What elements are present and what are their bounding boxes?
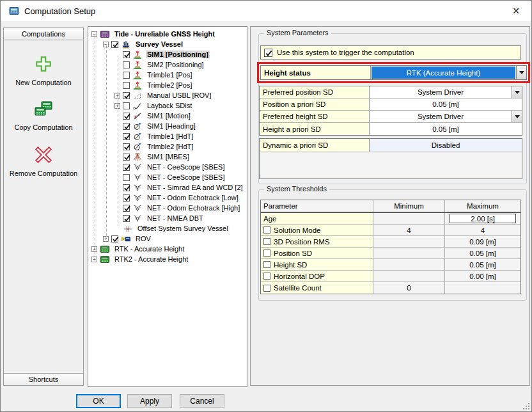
- tree-checkbox[interactable]: [123, 61, 130, 68]
- tree-item-label: Trimble2 [HdT]: [146, 143, 194, 150]
- ok-button[interactable]: OK: [76, 394, 121, 408]
- trigger-label: Use this system to trigger the computati…: [277, 49, 414, 56]
- threshold-max-cell[interactable]: [445, 282, 520, 294]
- threshold-min-cell[interactable]: [373, 259, 445, 270]
- tree-checkbox[interactable]: [123, 164, 130, 171]
- tree-row[interactable]: NET - Odom Echotrack [High]: [88, 203, 247, 213]
- calculator-purple-icon: [100, 29, 111, 39]
- sidebar-action-new-computation[interactable]: New Computation: [4, 54, 83, 86]
- tree-row[interactable]: +ROV: [88, 234, 247, 244]
- tree-row[interactable]: Trimble1 [HdT]: [88, 131, 247, 141]
- dynamic-sd-value[interactable]: Disabled: [370, 139, 522, 152]
- tree-item-label: Offset System Survey Vessel: [136, 225, 230, 232]
- mbes-fan-icon: [132, 152, 143, 162]
- tree-row[interactable]: NET - Simrad EA and WCD [2]: [88, 182, 247, 193]
- echosounder-icon: [132, 214, 143, 223]
- tree-checkbox[interactable]: [123, 102, 130, 109]
- threshold-max-cell[interactable]: 0.05 [m]: [445, 248, 520, 258]
- tree-checkbox[interactable]: [123, 82, 130, 89]
- heading-icon: [132, 132, 143, 141]
- tree-row[interactable]: SIM1 [Motion]: [88, 111, 247, 121]
- tree-row[interactable]: Trimble2 [HdT]: [88, 141, 247, 152]
- tree-checkbox[interactable]: [123, 184, 130, 191]
- threshold-min-cell[interactable]: [373, 271, 445, 281]
- layback-icon: [132, 101, 143, 111]
- tree-checkbox[interactable]: [123, 194, 130, 202]
- tree-checkbox[interactable]: [123, 92, 130, 99]
- tree-checkbox[interactable]: [123, 215, 130, 222]
- threshold-min-cell[interactable]: [373, 248, 445, 258]
- threshold-checkbox[interactable]: [263, 238, 270, 245]
- tree-guide-line: [95, 35, 95, 257]
- tree-checkbox[interactable]: [123, 174, 130, 181]
- threshold-min-cell[interactable]: 0: [373, 282, 445, 294]
- tree-row[interactable]: SIM1 [Positioning]: [88, 49, 247, 59]
- threshold-min-cell[interactable]: 4: [373, 225, 445, 235]
- tree-row[interactable]: SIM1 [MBES]: [88, 152, 247, 162]
- tree-checkbox[interactable]: [123, 143, 130, 150]
- tree-checkbox[interactable]: [111, 235, 118, 242]
- tree-checkbox[interactable]: [123, 51, 130, 58]
- threshold-checkbox[interactable]: [263, 250, 270, 257]
- threshold-max-cell[interactable]: 4: [445, 225, 520, 235]
- threshold-min-cell[interactable]: [373, 236, 445, 247]
- resize-grip[interactable]: [522, 402, 529, 409]
- tree-item-label: NET - Simrad EA and WCD [2]: [146, 184, 244, 191]
- tree-guide-line: [106, 45, 107, 239]
- threshold-max-cell[interactable]: 0.00 [m]: [445, 271, 520, 281]
- threshold-max-cell[interactable]: 0.09 [m]: [445, 236, 520, 247]
- close-icon[interactable]: ✕: [510, 5, 522, 17]
- threshold-checkbox[interactable]: [263, 285, 270, 292]
- shortcuts-header[interactable]: Shortcuts: [4, 373, 83, 385]
- tree-row[interactable]: Trimble1 [Pos]: [88, 70, 247, 80]
- tree-row[interactable]: −Survey Vessel: [88, 39, 247, 49]
- threshold-checkbox[interactable]: [263, 226, 270, 234]
- tree-row[interactable]: Trimble2 [Pos]: [88, 80, 247, 90]
- tree-expander-plus[interactable]: +: [91, 257, 97, 262]
- tree-checkbox[interactable]: [123, 154, 130, 161]
- tree-checkbox[interactable]: [123, 133, 130, 140]
- tree-checkbox[interactable]: [123, 205, 130, 212]
- tree-row[interactable]: Offset System Survey Vessel: [88, 223, 247, 234]
- sd-row-value[interactable]: System Driver: [370, 86, 512, 98]
- tree-checkbox[interactable]: [123, 113, 130, 120]
- tree-row[interactable]: +RTK - Accurate Height: [88, 244, 247, 254]
- sd-row-value[interactable]: 0.05 [m]: [370, 99, 522, 110]
- threshold-min-cell[interactable]: [373, 213, 445, 224]
- threshold-max-value: 2.00 [s]: [471, 215, 495, 223]
- sd-row-value[interactable]: System Driver: [370, 111, 512, 122]
- threshold-checkbox[interactable]: [263, 261, 270, 268]
- threshold-max-cell[interactable]: 0.05 [m]: [445, 259, 520, 270]
- height-status-dropdown-button[interactable]: [516, 66, 526, 79]
- tree-row[interactable]: SIM2 [Positioning]: [88, 59, 247, 70]
- trigger-checkbox[interactable]: [264, 49, 272, 57]
- threshold-max-edit-field[interactable]: 2.00 [s]: [450, 214, 516, 223]
- tree-row[interactable]: −Tide - Unreliable GNSS Height: [88, 29, 247, 39]
- sd-row-label: Preferred position SD: [260, 86, 370, 98]
- chevron-down-icon: [515, 91, 520, 94]
- sidebar-action-copy-computation[interactable]: Copy Computation: [4, 100, 83, 131]
- tree-row[interactable]: +Manual USBL [ROV]: [88, 90, 247, 100]
- tree-row[interactable]: +Layback SDist: [88, 100, 247, 111]
- sd-dropdown-button[interactable]: [512, 111, 522, 122]
- tree-checkbox[interactable]: [111, 41, 118, 48]
- cancel-button[interactable]: Cancel: [180, 394, 224, 408]
- sidebar-action-remove-computation[interactable]: Remove Computation: [4, 145, 83, 177]
- computations-header[interactable]: Computations: [4, 28, 83, 40]
- tree-checkbox[interactable]: [123, 123, 130, 130]
- height-status-value[interactable]: RTK (Accurate Height): [372, 67, 515, 79]
- rov-icon: [121, 234, 132, 244]
- threshold-max-cell[interactable]: 2.00 [s]: [445, 213, 520, 224]
- sd-row-value[interactable]: 0.05 [m]: [370, 123, 522, 135]
- sd-dropdown-button[interactable]: [512, 86, 522, 98]
- tree-row[interactable]: NET - Odom Echotrack [Low]: [88, 193, 247, 203]
- threshold-row: Height SD 0.05 [m]: [261, 259, 520, 271]
- threshold-checkbox[interactable]: [263, 273, 270, 280]
- tree-checkbox[interactable]: [123, 72, 130, 79]
- tree-row[interactable]: +RTK2 - Accurate Height: [88, 254, 247, 264]
- tree-row[interactable]: NET - NMEA DBT: [88, 213, 247, 223]
- apply-button[interactable]: Apply: [127, 394, 172, 408]
- tree-row[interactable]: NET - CeeScope [SBES]: [88, 172, 247, 182]
- tree-row[interactable]: NET - CeeScope [SBES]: [88, 162, 247, 172]
- tree-row[interactable]: SIM1 [Heading]: [88, 121, 247, 131]
